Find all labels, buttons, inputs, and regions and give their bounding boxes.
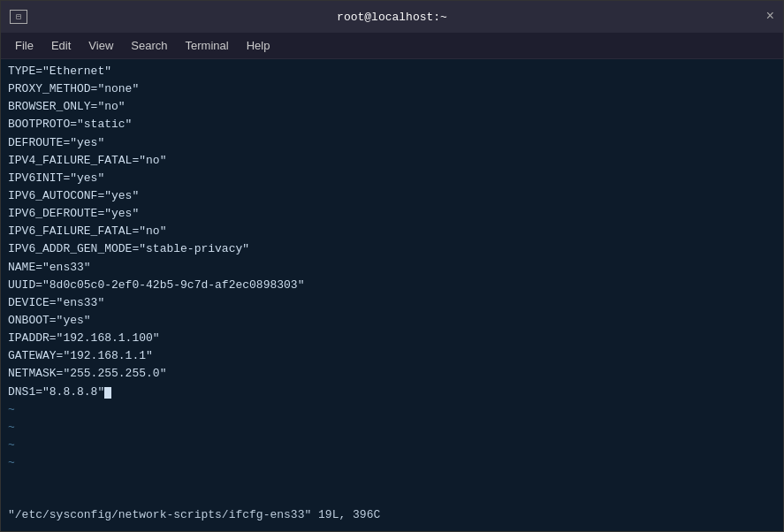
menu-help[interactable]: Help xyxy=(240,36,278,55)
terminal-line: ~ xyxy=(8,454,776,472)
titlebar: ⊟ root@localhost:~ × xyxy=(1,1,783,33)
terminal-line: NETMASK="255.255.255.0" xyxy=(8,365,776,383)
terminal-line: DEFROUTE="yes" xyxy=(8,134,776,152)
menu-view[interactable]: View xyxy=(81,36,120,55)
terminal-line: IPV4_FAILURE_FATAL="no" xyxy=(8,152,776,170)
terminal-line: ~ xyxy=(8,437,776,454)
terminal-line: DNS1="8.8.8.8" xyxy=(8,384,776,401)
window-icon: ⊟ xyxy=(10,10,27,24)
close-button[interactable]: × xyxy=(748,10,774,24)
terminal-line: BOOTPROTO="static" xyxy=(8,116,776,133)
terminal-cursor xyxy=(104,387,111,399)
terminal-line: IPV6_AUTOCONF="yes" xyxy=(8,187,776,205)
terminal-line: NAME="ens33" xyxy=(8,259,776,277)
menu-terminal[interactable]: Terminal xyxy=(179,36,236,55)
terminal-window: ⊟ root@localhost:~ × File Edit View Sear… xyxy=(0,0,784,532)
terminal-line: IPV6_FAILURE_FATAL="no" xyxy=(8,223,776,240)
terminal-line: ~ xyxy=(8,401,776,419)
window-icon-symbol: ⊟ xyxy=(16,11,21,22)
window-title: root@localhost:~ xyxy=(36,11,748,24)
terminal-body[interactable]: TYPE="Ethernet"PROXY_METHOD="none"BROWSE… xyxy=(1,59,783,531)
terminal-line: IPV6INIT="yes" xyxy=(8,170,776,187)
terminal-line: ~ xyxy=(8,419,776,437)
terminal-line: UUID="8d0c05c0-2ef0-42b5-9c7d-af2ec08983… xyxy=(8,277,776,294)
menu-edit[interactable]: Edit xyxy=(44,36,78,55)
terminal-line: TYPE="Ethernet" xyxy=(8,63,776,80)
terminal-line: IPADDR="192.168.1.100" xyxy=(8,330,776,347)
terminal-content: TYPE="Ethernet"PROXY_METHOD="none"BROWSE… xyxy=(8,63,776,505)
menubar: File Edit View Search Terminal Help xyxy=(1,33,783,59)
terminal-line: IPV6_ADDR_GEN_MODE="stable-privacy" xyxy=(8,240,776,258)
titlebar-icon-area: ⊟ xyxy=(10,10,36,24)
menu-file[interactable]: File xyxy=(8,36,41,55)
terminal-line: GATEWAY="192.168.1.1" xyxy=(8,347,776,365)
terminal-line: IPV6_DEFROUTE="yes" xyxy=(8,205,776,223)
menu-search[interactable]: Search xyxy=(124,36,174,55)
status-bar: "/etc/sysconfig/network-scripts/ifcfg-en… xyxy=(8,505,776,528)
terminal-line: ONBOOT="yes" xyxy=(8,312,776,330)
terminal-line: BROWSER_ONLY="no" xyxy=(8,98,776,116)
terminal-line: PROXY_METHOD="none" xyxy=(8,80,776,98)
terminal-line: DEVICE="ens33" xyxy=(8,294,776,312)
